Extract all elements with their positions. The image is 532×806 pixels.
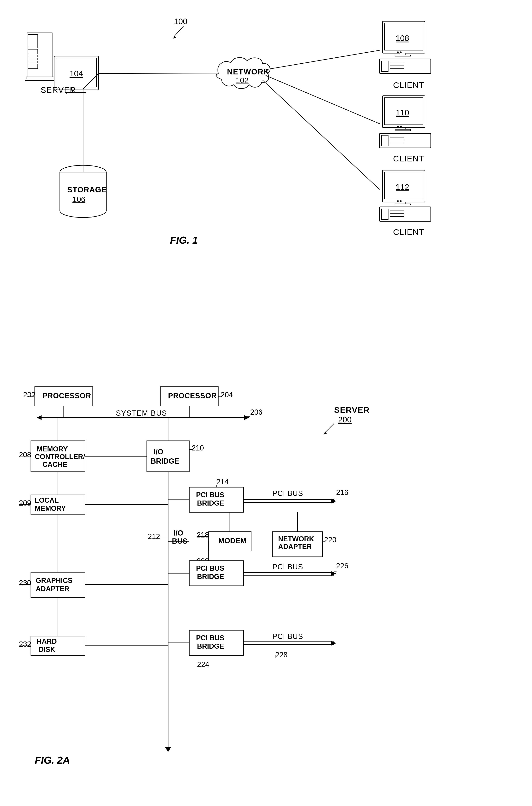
pci-bridge2-line1: PCI BUS [196, 564, 224, 572]
ref-226: 226 [336, 562, 348, 570]
ref-108: 108 [396, 34, 409, 43]
ref-102: 102 [236, 76, 249, 85]
fig2-svg: SERVER 200 PROCESSOR 202 PROCESSOR 204 [16, 367, 518, 793]
svg-marker-104 [331, 641, 336, 645]
svg-line-56 [98, 73, 218, 73]
svg-line-59 [263, 80, 380, 189]
ref-230: 230 [19, 579, 31, 587]
network-text: NETWORK [227, 68, 270, 76]
svg-rect-99 [31, 636, 85, 655]
mem-ctrl-line1: MEMORY [37, 445, 68, 453]
hard-disk-line2: DISK [39, 645, 55, 654]
fig2a-caption: FIG. 2A [35, 755, 70, 766]
svg-point-50 [400, 200, 402, 202]
ref-212: 212 [148, 532, 160, 541]
svg-point-28 [400, 51, 402, 53]
svg-point-27 [397, 51, 399, 53]
svg-rect-87 [209, 532, 251, 551]
svg-rect-26 [395, 55, 411, 56]
ref-214: 214 [216, 478, 229, 486]
ref-224: 224 [197, 660, 209, 668]
system-bus-label: SYSTEM BUS [116, 409, 167, 417]
ref-110: 110 [396, 108, 409, 117]
ref-204: 204 [221, 391, 233, 399]
svg-rect-29 [380, 59, 431, 73]
ref-208: 208 [19, 451, 31, 459]
mem-ctrl-line2: CONTROLLER/ [35, 453, 85, 461]
svg-rect-94 [189, 561, 243, 586]
fig1-caption: FIG. 1 [170, 235, 198, 246]
local-mem-line1: LOCAL [35, 496, 59, 504]
svg-rect-74 [147, 441, 189, 472]
fig1-container: 100 104 SE [16, 12, 518, 340]
storage-text: STORAGE [67, 185, 107, 194]
svg-rect-81 [189, 487, 243, 512]
svg-rect-92 [31, 572, 85, 598]
svg-rect-48 [395, 204, 411, 205]
ref-218: 218 [197, 531, 209, 539]
ref-112: 112 [396, 183, 409, 191]
svg-rect-76 [31, 495, 85, 514]
fig2-container: SERVER 200 PROCESSOR 202 PROCESSOR 204 [16, 367, 518, 793]
pci-bridge3-line2: BRIDGE [197, 642, 224, 650]
hard-disk-line1: HARD [37, 637, 57, 645]
ref-216: 216 [336, 488, 348, 496]
local-mem-line2: MEMORY [35, 505, 66, 512]
ref-202: 202 [23, 391, 35, 399]
ref-106: 106 [73, 195, 86, 204]
ref-100: 100 [174, 17, 187, 26]
ref-104-label: 104 [70, 69, 83, 78]
pci-bus1-label: PCI BUS [272, 489, 303, 497]
svg-point-49 [397, 200, 399, 202]
svg-rect-64 [35, 387, 93, 406]
graphics-line2: ADAPTER [36, 585, 69, 593]
svg-marker-97 [331, 571, 336, 576]
server-label: SERVER [41, 86, 76, 94]
svg-line-57 [266, 50, 380, 70]
client1-label: CLIENT [393, 80, 424, 90]
net-adapt-line1: NETWORK [278, 535, 314, 543]
graphics-line1: GRAPHICS [36, 576, 73, 584]
proc1-text: PROCESSOR [42, 392, 91, 400]
io-bridge-line2: BRIDGE [151, 457, 179, 465]
svg-rect-51 [380, 207, 431, 221]
io-bus-label: I/O [173, 529, 183, 537]
svg-marker-69 [37, 415, 41, 420]
ref-220: 220 [324, 536, 336, 544]
ref-232: 232 [19, 640, 31, 648]
svg-point-39 [400, 126, 402, 127]
ref-228: 228 [275, 651, 287, 659]
net-adapt-line2: ADAPTER [278, 543, 312, 551]
svg-rect-10 [25, 79, 55, 80]
ref-200: 200 [338, 415, 352, 424]
svg-marker-80 [165, 747, 171, 752]
modem-text: MODEM [218, 537, 246, 545]
pci-bus3-label: PCI BUS [272, 633, 303, 641]
svg-line-0 [174, 26, 184, 37]
server200-label: SERVER [334, 405, 370, 415]
svg-marker-85 [331, 499, 336, 503]
client3-label: CLIENT [393, 227, 424, 237]
ref-222: 222 [197, 557, 209, 565]
pci-bridge2-line2: BRIDGE [197, 573, 224, 581]
svg-line-62 [325, 423, 334, 433]
fig1-svg: 100 104 SE [16, 12, 518, 340]
ref-210: 210 [192, 444, 204, 452]
svg-rect-89 [272, 532, 323, 557]
svg-rect-72 [31, 441, 85, 472]
svg-rect-40 [380, 133, 431, 148]
proc2-text: PROCESSOR [168, 392, 217, 400]
svg-rect-101 [189, 630, 243, 655]
pci-bus2-label: PCI BUS [272, 563, 303, 571]
page: 100 104 SE [0, 0, 532, 806]
ref-206: 206 [250, 408, 262, 416]
io-bus-label2: BUS [172, 537, 187, 545]
pci-bridge1-line1: PCI BUS [196, 491, 224, 499]
pci-bridge1-line2: BRIDGE [197, 499, 224, 507]
pci-bridge3-line1: PCI BUS [196, 634, 224, 642]
svg-rect-37 [395, 129, 411, 131]
svg-line-58 [266, 75, 380, 124]
client2-label: CLIENT [393, 154, 424, 163]
svg-point-38 [397, 126, 399, 127]
svg-marker-70 [244, 415, 249, 420]
